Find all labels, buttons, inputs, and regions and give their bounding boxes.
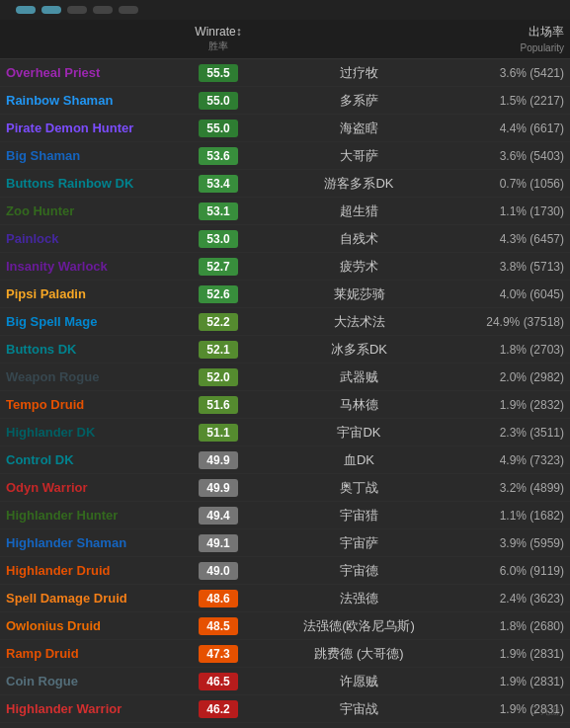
archetype-name: Highlander Hunter [6,508,174,523]
popularity-cell: 3.6% (5403) [455,149,564,163]
table-row[interactable]: Buttons DK 52.1 冰多系DK 1.8% (2703) [0,336,570,364]
chinese-name: 宇宙德 [263,562,455,580]
archetype-name: Owlonius Druid [6,618,174,633]
archetype-name: Spell Damage Druid [6,591,174,606]
archetype-name: Insanity Warlock [6,259,174,274]
chinese-name: 疲劳术 [263,258,455,276]
chinese-name: 大哥萨 [263,147,455,165]
popularity-cell: 24.9% (37518) [455,315,564,329]
table-row[interactable]: Pirate Demon Hunter 55.0 海盗瞎 4.4% (6617) [0,115,570,142]
winrate-cell: 52.7 [174,258,263,276]
archetype-table: Overheal Priest 55.5 过疗牧 3.6% (5421) Rai… [0,59,570,723]
popularity-cell: 2.3% (3511) [455,426,564,440]
winrate-badge: 52.0 [199,368,237,386]
chinese-name: 多系萨 [263,92,455,110]
chinese-name: 自残术 [263,230,455,248]
archetype-name: Highlander Druid [6,563,174,578]
winrate-cell: 49.1 [174,534,263,552]
popularity-cell: 0.7% (1056) [455,177,564,191]
winrate-cell: 52.6 [174,285,263,303]
table-row[interactable]: Control DK 49.9 血DK 4.9% (7323) [0,446,570,474]
travel-agency-button[interactable] [16,6,36,14]
chinese-name: 宇宙DK [263,424,455,442]
standard-button[interactable] [41,6,61,14]
column-headers: Winrate↕ 胜率 出场率 Popularity [0,20,570,59]
winrate-badge: 51.6 [199,396,237,414]
winrate-badge: 49.4 [199,507,237,525]
table-row[interactable]: Buttons Rainbow DK 53.4 游客多系DK 0.7% (105… [0,170,570,198]
chinese-name: 奥丁战 [263,479,455,497]
winrate-badge: 46.5 [199,673,237,690]
min-games-button[interactable] [119,6,138,14]
popularity-cell: 1.1% (1682) [455,509,564,523]
archetype-name: Buttons Rainbow DK [6,176,174,191]
archetype-name: Pirate Demon Hunter [6,121,174,135]
winrate-cell: 55.0 [174,92,263,110]
winrate-cell: 46.5 [174,673,263,690]
chinese-name: 宇宙战 [263,700,455,718]
table-row[interactable]: Weapon Rogue 52.0 武器贼 2.0% (2982) [0,364,570,391]
table-row[interactable]: Overheal Priest 55.5 过疗牧 3.6% (5421) [0,59,570,87]
popularity-cell: 1.9% (2831) [455,675,564,688]
winrate-badge: 47.3 [199,645,237,663]
winrate-cell: 53.1 [174,202,263,220]
table-row[interactable]: Big Shaman 53.6 大哥萨 3.6% (5403) [0,142,570,170]
table-row[interactable]: Highlander Shaman 49.1 宇宙萨 3.9% (5959) [0,529,570,557]
table-row[interactable]: Pipsi Paladin 52.6 莱妮莎骑 4.0% (6045) [0,281,570,308]
winrate-badge: 51.1 [199,424,237,442]
opponent-class-button[interactable] [93,6,113,14]
popularity-cell: 1.8% (2703) [455,343,564,357]
table-row[interactable]: Odyn Warrior 49.9 奥丁战 3.2% (4899) [0,474,570,502]
table-row[interactable]: Insanity Warlock 52.7 疲劳术 3.8% (5713) [0,253,570,281]
winrate-badge: 53.4 [199,175,237,193]
table-row[interactable]: Coin Rogue 46.5 许愿贼 1.9% (2831) [0,668,570,695]
winrate-sublabel: 胜率 [208,40,228,51]
popularity-cell: 4.0% (6045) [455,287,564,301]
winrate-cell: 52.2 [174,313,263,331]
table-row[interactable]: Big Spell Mage 52.2 大法术法 24.9% (37518) [0,308,570,336]
chinese-name: 法强德 [263,590,455,607]
archetype-name: Big Spell Mage [6,314,174,329]
winrate-cell: 51.6 [174,396,263,414]
winrate-cell: 49.4 [174,507,263,525]
winrate-badge: 49.9 [199,479,237,497]
table-row[interactable]: Painlock 53.0 自残术 4.3% (6457) [0,225,570,253]
table-row[interactable]: Spell Damage Druid 48.6 法强德 2.4% (3623) [0,585,570,612]
popularity-cell: 3.8% (5713) [455,260,564,274]
chinese-name: 许愿贼 [263,673,455,690]
table-row[interactable]: Highlander DK 51.1 宇宙DK 2.3% (3511) [0,419,570,446]
winrate-cell: 55.5 [174,64,263,82]
top1k-button[interactable] [67,6,87,14]
winrate-cell: 51.1 [174,424,263,442]
chinese-name: 跳费德 (大哥德) [263,645,455,663]
chinese-name: 冰多系DK [263,341,455,359]
popularity-header: 出场率 Popularity [455,24,564,54]
winrate-badge: 53.0 [199,230,237,248]
winrate-badge: 48.6 [199,590,237,607]
winrate-cell: 47.3 [174,645,263,663]
table-row[interactable]: Tempo Druid 51.6 马林德 1.9% (2832) [0,391,570,419]
table-row[interactable]: Zoo Hunter 53.1 超生猎 1.1% (1730) [0,198,570,225]
winrate-cell: 53.0 [174,230,263,248]
table-row[interactable]: Ramp Druid 47.3 跳费德 (大哥德) 1.9% (2831) [0,640,570,668]
archetype-name: Zoo Hunter [6,203,174,218]
table-row[interactable]: Rainbow Shaman 55.0 多系萨 1.5% (2217) [0,87,570,115]
table-row[interactable]: Highlander Hunter 49.4 宇宙猎 1.1% (1682) [0,502,570,529]
winrate-badge: 49.9 [199,451,237,469]
chinese-name: 海盗瞎 [263,120,455,137]
winrate-badge: 49.1 [199,534,237,552]
table-row[interactable]: Highlander Warrior 46.2 宇宙战 1.9% (2831) [0,695,570,723]
winrate-badge: 55.5 [199,64,237,82]
popularity-cell: 4.9% (7323) [455,453,564,467]
popularity-cell: 2.4% (3623) [455,592,564,606]
winrate-badge: 52.2 [199,313,237,331]
winrate-cell: 53.4 [174,175,263,193]
winrate-header[interactable]: Winrate↕ 胜率 [174,25,263,53]
popularity-cell: 4.3% (6457) [455,232,564,246]
archetype-name: Weapon Rogue [6,369,174,384]
chinese-name: 法强德(欧洛尼乌斯) [263,617,455,635]
archetype-name: Control DK [6,452,174,467]
table-row[interactable]: Owlonius Druid 48.5 法强德(欧洛尼乌斯) 1.8% (268… [0,612,570,640]
archetype-name: Buttons DK [6,342,174,357]
table-row[interactable]: Highlander Druid 49.0 宇宙德 6.0% (9119) [0,557,570,585]
